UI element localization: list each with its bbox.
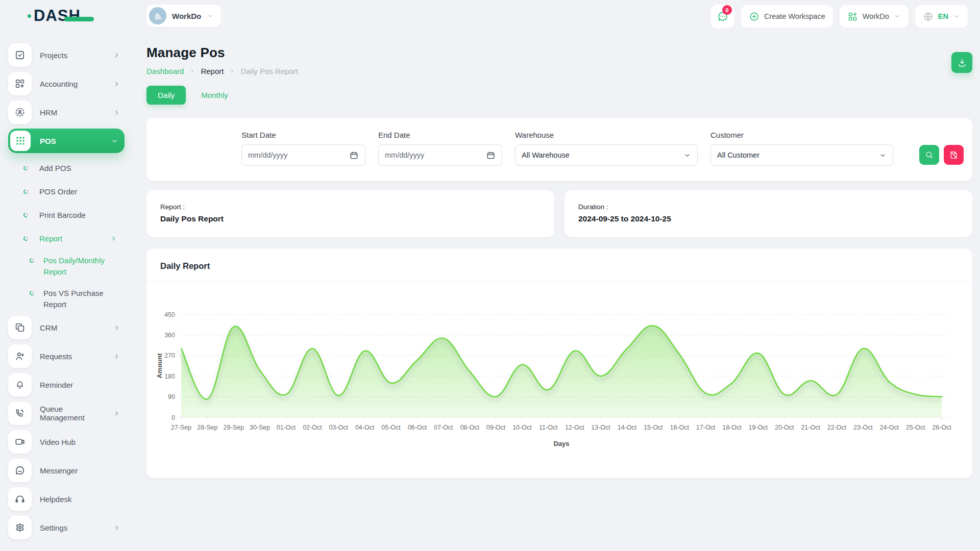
dots-grid-icon-tile	[10, 131, 31, 151]
video-camera-icon-tile	[8, 430, 32, 454]
sidebar-item-label: Projects	[40, 51, 105, 60]
headphones-icon-tile	[8, 487, 32, 511]
logo-text: DASH	[34, 7, 81, 25]
sidebar-item-video-hub[interactable]: Video Hub	[8, 430, 125, 454]
sidebar-item-pos-vs-purchase-report[interactable]: Pos VS Purchase Report	[8, 283, 125, 315]
sidebar-item-print-barcode[interactable]: Print Barcode	[8, 203, 125, 227]
sidebar-item-pos-order[interactable]: POS Order	[8, 180, 125, 203]
svg-text:28-Sep: 28-Sep	[197, 424, 217, 431]
sidebar-item-label: POS Order	[39, 187, 117, 196]
cards-icon	[14, 322, 26, 333]
logo-dot	[28, 14, 31, 18]
chevron-right-icon	[113, 109, 120, 116]
sidebar-item-requests[interactable]: Requests	[8, 344, 125, 368]
svg-text:Days: Days	[553, 440, 569, 447]
svg-text:20-Oct: 20-Oct	[775, 424, 794, 431]
tab-daily[interactable]: Daily	[146, 86, 186, 105]
chevron-right-icon	[110, 235, 117, 242]
svg-text:29-Sep: 29-Sep	[224, 424, 244, 431]
plus-circle-icon	[749, 11, 760, 22]
customer-select[interactable]: All Customer	[710, 144, 893, 166]
create-workspace-label: Create Workspace	[764, 12, 825, 20]
sidebar-item-label: Pos Daily/Monthly Report	[43, 255, 121, 278]
report-summary-card: Report : Daily Pos Report	[146, 190, 554, 237]
download-button[interactable]	[951, 52, 972, 73]
tab-monthly[interactable]: Monthly	[193, 86, 236, 105]
sidebar-item-settings[interactable]: Settings	[8, 515, 125, 540]
warehouse-selected-value: All Warehouse	[522, 151, 570, 159]
svg-text:450: 450	[164, 311, 175, 318]
warehouse-field: Warehouse All Warehouse	[515, 131, 698, 166]
bell-icon-tile	[8, 373, 32, 396]
sidebar-item-hrm[interactable]: HRM	[8, 100, 125, 124]
calendar-icon[interactable]	[486, 151, 496, 160]
report-tabs: Daily Monthly	[146, 86, 972, 105]
sidebar-item-pos[interactable]: POS	[8, 129, 125, 153]
svg-text:15-Oct: 15-Oct	[644, 424, 663, 431]
sidebar-item-add-pos[interactable]: Add POS	[8, 156, 125, 180]
language-selector[interactable]: EN	[915, 5, 968, 28]
sidebar-item-pos-daily-monthly-report[interactable]: Pos Daily/Monthly Report	[8, 250, 125, 283]
search-button[interactable]	[919, 145, 939, 165]
messages-badge: 0	[722, 5, 732, 15]
start-date-label: Start Date	[241, 131, 365, 139]
main-content: Manage Pos Dashboard Report Daily Pos Re…	[133, 32, 980, 478]
sidebar-item-projects[interactable]: Projects	[8, 43, 125, 67]
calendar-icon[interactable]	[349, 151, 359, 160]
chat-bubble-icon-tile	[8, 459, 32, 482]
breadcrumb-report: Report	[201, 67, 224, 76]
sidebar-item-label: Settings	[40, 523, 105, 532]
svg-text:30-Sep: 30-Sep	[250, 424, 270, 431]
customer-label: Customer	[710, 131, 893, 139]
customer-selected-value: All Customer	[717, 151, 760, 159]
report-value: Daily Pos Report	[160, 214, 541, 223]
filter-actions	[919, 145, 964, 166]
sidebar-item-label: Report	[39, 234, 99, 243]
sidebar-item-helpdesk[interactable]: Helpdesk	[8, 487, 125, 511]
dots-grid-icon	[15, 135, 26, 146]
sidebar-item-report[interactable]: Report	[8, 227, 125, 250]
svg-text:16-Oct: 16-Oct	[670, 424, 689, 431]
svg-text:07-Oct: 07-Oct	[434, 424, 453, 431]
sidebar-item-crm[interactable]: CRM	[8, 315, 125, 340]
reset-filter-button[interactable]	[944, 145, 964, 165]
svg-text:23-Oct: 23-Oct	[853, 424, 873, 431]
start-date-input[interactable]	[248, 151, 335, 159]
workspace-menu-button[interactable]: WorkDo	[840, 5, 909, 28]
breadcrumb-dashboard[interactable]: Dashboard	[146, 67, 184, 76]
svg-text:90: 90	[168, 393, 175, 400]
workspace-menu-label: WorkDo	[863, 12, 889, 20]
svg-text:360: 360	[164, 332, 175, 339]
download-icon	[957, 58, 967, 68]
workspace-selector[interactable]: WorkDo	[146, 5, 221, 27]
checkbox-icon-tile	[8, 43, 32, 67]
chart-header: Daily Report	[146, 248, 972, 282]
create-workspace-button[interactable]: Create Workspace	[741, 5, 833, 28]
svg-text:27-Sep: 27-Sep	[171, 424, 191, 431]
app-logo[interactable]: DASH	[28, 7, 81, 25]
end-date-input[interactable]	[385, 151, 472, 159]
end-date-input-wrap	[378, 144, 502, 166]
phone-icon-tile	[8, 402, 32, 425]
svg-text:05-Oct: 05-Oct	[381, 424, 401, 431]
sidebar-item-queue-management[interactable]: Queue Management	[8, 401, 125, 425]
messages-button[interactable]: 0	[711, 5, 734, 28]
grid-squares-icon-tile	[8, 72, 32, 95]
sidebar-item-messenger[interactable]: Messenger	[8, 458, 125, 483]
svg-text:22-Oct: 22-Oct	[827, 424, 847, 431]
globe-icon	[923, 11, 934, 22]
sidebar-item-accounting[interactable]: Accounting	[8, 71, 125, 96]
svg-text:18-Oct: 18-Oct	[722, 424, 742, 431]
svg-text:25-Oct: 25-Oct	[906, 424, 925, 431]
chevron-right-icon	[189, 68, 195, 74]
bell-icon	[14, 379, 26, 390]
chevron-down-icon	[111, 137, 118, 145]
sidebar-item-label: Pos VS Purchase Report	[43, 288, 121, 310]
sidebar-item-reminder[interactable]: Reminder	[8, 372, 125, 397]
chart-body: 09018027036045027-Sep28-Sep29-Sep30-Sep0…	[146, 282, 972, 454]
warehouse-select[interactable]: All Warehouse	[515, 144, 698, 166]
sidebar-item-label: CRM	[40, 323, 105, 332]
svg-text:24-Oct: 24-Oct	[879, 424, 899, 431]
cards-icon-tile	[8, 316, 32, 339]
duration-value: 2024-09-25 to 2024-10-25	[578, 214, 959, 223]
